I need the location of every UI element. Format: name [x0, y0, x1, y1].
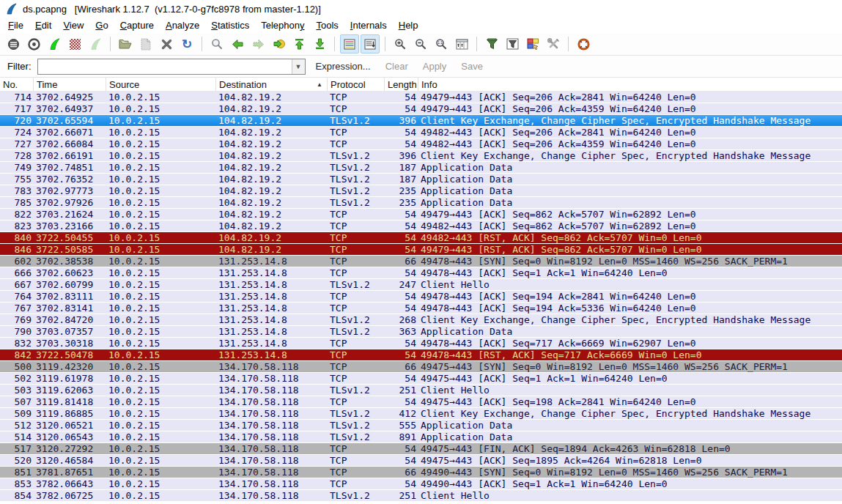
- list-interfaces-icon[interactable]: [4, 34, 23, 53]
- packet-row-724[interactable]: 7243702.6607110.0.2.15104.82.19.2TCP5449…: [0, 127, 842, 138]
- capture-filters-icon[interactable]: [482, 34, 501, 53]
- cell-source: 10.0.2.15: [106, 115, 216, 126]
- packet-row-509[interactable]: 5093119.8688510.0.2.15134.170.58.118TLSv…: [0, 408, 842, 420]
- menu-item-edit[interactable]: Edit: [29, 18, 57, 32]
- reload-icon[interactable]: ↻: [177, 34, 196, 53]
- stop-capture-icon[interactable]: [65, 34, 84, 53]
- cell-source: 10.0.2.15: [106, 150, 216, 161]
- packet-row-728[interactable]: 7283702.6619110.0.2.15104.82.19.2TLSv1.2…: [0, 150, 842, 162]
- cell-destination: 131.253.14.8: [216, 338, 328, 349]
- save-button[interactable]: Save: [457, 61, 487, 72]
- packet-row-764[interactable]: 7643702.8311110.0.2.15131.253.14.8TCP544…: [0, 291, 842, 303]
- menu-item-go[interactable]: Go: [89, 18, 114, 32]
- go-to-bottom-icon[interactable]: [310, 34, 329, 53]
- column-header-protocol[interactable]: Protocol: [328, 78, 385, 91]
- column-header-info[interactable]: Info: [418, 78, 842, 91]
- restart-capture-icon[interactable]: [86, 34, 105, 53]
- menu-item-internals[interactable]: Internals: [344, 18, 393, 32]
- column-header-length[interactable]: Length: [385, 78, 418, 91]
- filter-input[interactable]: [38, 59, 292, 74]
- help-icon[interactable]: [574, 34, 593, 53]
- packet-row-512[interactable]: 5123120.0652110.0.2.15134.170.58.118TLSv…: [0, 420, 842, 431]
- autoscroll-icon[interactable]: [361, 34, 380, 53]
- display-filters-icon[interactable]: [503, 34, 522, 53]
- zoom-out-icon[interactable]: [411, 34, 430, 53]
- packet-row-667[interactable]: 6673702.6079910.0.2.15131.253.14.8TLSv1.…: [0, 279, 842, 291]
- packet-row-842[interactable]: 8423722.5047810.0.2.15131.253.14.8TCP544…: [0, 349, 842, 361]
- packet-row-840[interactable]: 8403722.5045510.0.2.15104.82.19.2TCP5449…: [0, 232, 842, 244]
- menu-item-tools[interactable]: Tools: [311, 18, 344, 32]
- go-to-top-icon[interactable]: [289, 34, 309, 53]
- cell-destination: 134.170.58.118: [216, 431, 328, 442]
- cell-length: 54: [385, 209, 418, 220]
- filter-bar: Filter: ▼ Expression... Clear Apply Save: [0, 56, 842, 78]
- menu-item-statistics[interactable]: Statistics: [205, 18, 255, 32]
- packet-row-854[interactable]: 8543782.0672510.0.2.15134.170.58.118TLSv…: [0, 490, 842, 502]
- go-back-icon[interactable]: [228, 34, 247, 53]
- packet-row-823[interactable]: 8233703.2316610.0.2.15104.82.19.2TCP5449…: [0, 220, 842, 232]
- cell-destination: 134.170.58.118: [216, 478, 328, 489]
- cell-protocol: TCP: [328, 103, 385, 114]
- packet-row-755[interactable]: 7553702.7635210.0.2.15104.82.19.2TLSv1.2…: [0, 174, 842, 185]
- cell-time: 3702.64937: [34, 103, 106, 114]
- packet-row-666[interactable]: 6663702.6062310.0.2.15131.253.14.8TCP544…: [0, 267, 842, 279]
- packet-row-507[interactable]: 5073119.8141810.0.2.15134.170.58.118TCP5…: [0, 396, 842, 408]
- packet-row-769[interactable]: 7693702.8472010.0.2.15131.253.14.8TLSv1.…: [0, 314, 842, 326]
- save-file-icon[interactable]: [136, 34, 155, 53]
- packet-row-503[interactable]: 5033119.6206310.0.2.15134.170.58.118TLSv…: [0, 385, 842, 396]
- packet-row-822[interactable]: 8223703.2162410.0.2.15104.82.19.2TCP5449…: [0, 209, 842, 220]
- packet-row-785[interactable]: 7853702.9792610.0.2.15104.82.19.2TLSv1.2…: [0, 197, 842, 209]
- capture-options-icon[interactable]: [24, 34, 43, 53]
- start-capture-icon[interactable]: [45, 34, 64, 53]
- menu-item-file[interactable]: File: [2, 18, 29, 32]
- packet-row-853[interactable]: 8533782.0664310.0.2.15134.170.58.118TCP5…: [0, 478, 842, 490]
- cell-time: 3702.76352: [34, 174, 106, 185]
- find-packet-icon[interactable]: [207, 34, 226, 53]
- expression-button[interactable]: Expression...: [311, 61, 375, 72]
- packet-row-517[interactable]: 5173120.2729210.0.2.15134.170.58.118TCP5…: [0, 443, 842, 455]
- packet-row-749[interactable]: 7493702.7485110.0.2.15104.82.19.2TLSv1.2…: [0, 162, 842, 174]
- menu-item-help[interactable]: Help: [393, 18, 424, 32]
- cell-info: Application Data: [418, 431, 842, 442]
- coloring-rules-icon[interactable]: [523, 34, 542, 53]
- open-file-icon[interactable]: [116, 34, 135, 53]
- packet-row-502[interactable]: 5023119.6197810.0.2.15134.170.58.118TCP5…: [0, 373, 842, 385]
- clear-button[interactable]: Clear: [381, 61, 413, 72]
- packet-row-790[interactable]: 7903703.0735710.0.2.15131.253.14.8TLSv1.…: [0, 326, 842, 338]
- packet-row-717[interactable]: 7173702.6493710.0.2.15104.82.19.2TCP5449…: [0, 103, 842, 115]
- cell-info: Client Key Exchange, Change Cipher Spec,…: [418, 408, 842, 419]
- column-header-time[interactable]: Time: [34, 78, 106, 91]
- preferences-icon[interactable]: [544, 34, 563, 53]
- close-file-icon[interactable]: [157, 34, 176, 53]
- zoom-100-icon[interactable]: 1:1: [432, 34, 451, 53]
- packet-row-714[interactable]: 7143702.6492510.0.2.15104.82.19.2TCP5449…: [0, 92, 842, 103]
- cell-length: 54: [385, 127, 418, 138]
- colorize-icon[interactable]: [340, 34, 359, 53]
- column-header-source[interactable]: Source: [106, 78, 216, 91]
- packet-row-832[interactable]: 8323703.3031810.0.2.15131.253.14.8TCP544…: [0, 338, 842, 349]
- column-header-destination[interactable]: Destination▲: [216, 78, 328, 91]
- zoom-in-icon[interactable]: [391, 34, 410, 53]
- packet-row-767[interactable]: 7673702.8314110.0.2.15131.253.14.8TCP544…: [0, 303, 842, 314]
- packet-row-500[interactable]: 5003119.4232010.0.2.15134.170.58.118TCP6…: [0, 361, 842, 373]
- filter-dropdown-button[interactable]: ▼: [292, 59, 305, 74]
- packet-row-727[interactable]: 7273702.6608410.0.2.15104.82.19.2TCP5449…: [0, 138, 842, 150]
- column-header-no[interactable]: No.: [0, 78, 34, 91]
- packet-row-514[interactable]: 5143120.0654310.0.2.15134.170.58.118TLSv…: [0, 431, 842, 443]
- packet-row-602[interactable]: 6023702.3853810.0.2.15131.253.14.8TCP664…: [0, 256, 842, 267]
- packet-row-851[interactable]: 8513781.8765110.0.2.15134.170.58.118TCP6…: [0, 467, 842, 478]
- packet-row-720[interactable]: 7203702.6559410.0.2.15104.82.19.2TLSv1.2…: [0, 115, 842, 127]
- go-forward-icon[interactable]: [248, 34, 267, 53]
- go-to-packet-icon[interactable]: [269, 34, 288, 53]
- apply-button[interactable]: Apply: [418, 61, 451, 72]
- packet-row-783[interactable]: 7833702.9777310.0.2.15104.82.19.2TLSv1.2…: [0, 185, 842, 197]
- packet-row-846[interactable]: 8463722.5058510.0.2.15104.82.19.2TCP5449…: [0, 244, 842, 256]
- menu-item-telephony[interactable]: Telephony: [255, 18, 310, 32]
- packet-row-520[interactable]: 5203120.4658410.0.2.15134.170.58.118TCP5…: [0, 455, 842, 467]
- menu-item-analyze[interactable]: Analyze: [160, 18, 205, 32]
- cell-no: 854: [0, 490, 34, 501]
- menu-item-view[interactable]: View: [57, 18, 89, 32]
- cell-length: 555: [385, 420, 418, 431]
- resize-columns-icon[interactable]: [452, 34, 471, 53]
- menu-item-capture[interactable]: Capture: [114, 18, 160, 32]
